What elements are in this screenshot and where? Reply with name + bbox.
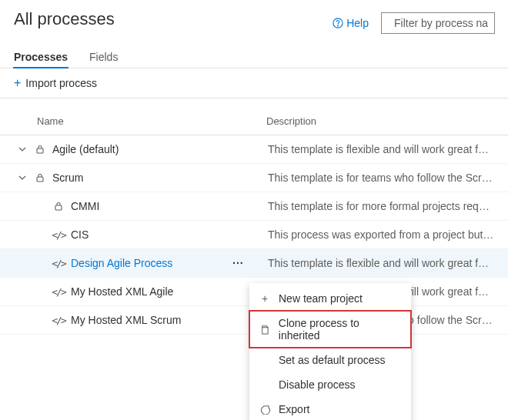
column-desc-header[interactable]: Description (266, 115, 494, 127)
code-icon: </> (51, 315, 66, 326)
tabs: Processes Fields (0, 46, 508, 68)
filter-placeholder: Filter by process na (394, 17, 488, 29)
lock-icon (51, 202, 66, 211)
row-description: This template is flexible and will work … (268, 143, 494, 155)
chevron-down-icon[interactable] (18, 143, 28, 155)
menu-label: Set as default process (279, 354, 386, 366)
table-header: Name Description (0, 105, 508, 135)
code-icon: </> (51, 286, 66, 298)
code-icon: </> (51, 229, 66, 241)
chevron-down-icon[interactable] (18, 172, 28, 184)
import-label: Import process (25, 77, 97, 89)
menu-export[interactable]: Export (249, 397, 411, 420)
tab-processes[interactable]: Processes (14, 46, 68, 68)
table-row[interactable]: Scrum This template is for teams who fol… (0, 164, 508, 192)
menu-clone-process[interactable]: Clone process to inherited (249, 311, 411, 348)
column-name-header[interactable]: Name (37, 115, 266, 127)
more-actions-button[interactable]: ··· (232, 257, 244, 269)
help-link[interactable]: Help (333, 17, 369, 29)
menu-set-default[interactable]: Set as default process (249, 348, 411, 372)
row-name[interactable]: Design Agile Process (71, 257, 172, 269)
menu-label: Disable process (279, 378, 356, 391)
row-description: This template is for more formal project… (268, 200, 494, 212)
svg-point-1 (338, 25, 339, 26)
help-icon (333, 18, 343, 28)
table-row[interactable]: </> CIS This process was exported from a… (0, 221, 508, 249)
toolbar: + Import process (0, 68, 508, 98)
svg-rect-5 (262, 327, 268, 333)
plus-icon: + (14, 76, 21, 90)
row-name: CIS (71, 228, 89, 241)
tab-fields[interactable]: Fields (89, 46, 118, 68)
svg-rect-3 (37, 177, 43, 182)
code-icon: </> (51, 258, 66, 269)
copy-icon (259, 325, 271, 335)
lock-icon (32, 145, 48, 154)
row-name: My Hosted XML Agile (71, 285, 173, 298)
import-process-button[interactable]: + Import process (14, 76, 97, 90)
menu-label: Export (279, 403, 309, 415)
table-row[interactable]: CMMI This template is for more formal pr… (0, 192, 508, 221)
table-row[interactable]: Agile (default) This template is flexibl… (0, 135, 508, 164)
lock-icon (32, 173, 48, 182)
plus-icon: + (259, 292, 271, 305)
svg-rect-4 (55, 205, 62, 210)
table-row[interactable]: </> Design Agile Process ··· This templa… (0, 249, 508, 278)
filter-input[interactable]: Filter by process na (381, 12, 495, 34)
menu-label: New team project (279, 292, 363, 305)
context-menu: + New team project Clone process to inhe… (249, 283, 411, 420)
svg-rect-2 (37, 148, 43, 153)
row-name: My Hosted XML Scrum (71, 314, 181, 326)
row-description: This template is for teams who follow th… (268, 172, 494, 184)
row-name: Scrum (52, 172, 83, 184)
menu-label: Clone process to inherited (279, 317, 402, 342)
row-name: Agile (default) (52, 143, 119, 155)
menu-disable-process[interactable]: Disable process (249, 372, 411, 397)
menu-new-team-project[interactable]: + New team project (249, 286, 411, 311)
row-description: This process was exported from a project… (268, 228, 494, 241)
row-description: This template is flexible and will work … (268, 257, 494, 269)
help-label: Help (346, 17, 369, 29)
export-icon (259, 405, 271, 415)
row-name: CMMI (71, 200, 99, 212)
